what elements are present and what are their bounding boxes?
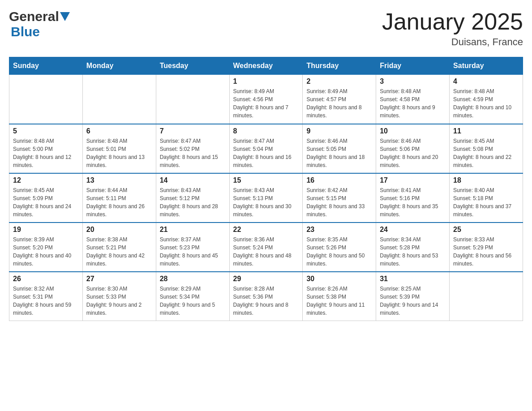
- calendar-cell: 23Sunrise: 8:35 AMSunset: 5:26 PMDayligh…: [303, 223, 376, 272]
- day-number: 24: [380, 226, 446, 234]
- day-header-wednesday: Wednesday: [229, 57, 303, 75]
- calendar-cell: 8Sunrise: 8:47 AMSunset: 5:04 PMDaylight…: [229, 124, 303, 173]
- day-info: Sunrise: 8:43 AMSunset: 5:13 PMDaylight:…: [233, 186, 299, 218]
- calendar-cell: 16Sunrise: 8:42 AMSunset: 5:15 PMDayligh…: [303, 173, 376, 223]
- calendar-cell: 11Sunrise: 8:45 AMSunset: 5:08 PMDayligh…: [450, 124, 523, 173]
- day-info: Sunrise: 8:25 AMSunset: 5:39 PMDaylight:…: [380, 285, 446, 317]
- day-info: Sunrise: 8:42 AMSunset: 5:15 PMDaylight:…: [306, 186, 372, 218]
- calendar-cell: [82, 75, 156, 124]
- calendar-cell: [156, 75, 229, 124]
- day-info: Sunrise: 8:41 AMSunset: 5:16 PMDaylight:…: [380, 186, 446, 218]
- calendar-week-row: 12Sunrise: 8:45 AMSunset: 5:09 PMDayligh…: [9, 173, 523, 223]
- day-number: 5: [13, 127, 79, 135]
- calendar-cell: 18Sunrise: 8:40 AMSunset: 5:18 PMDayligh…: [450, 173, 523, 223]
- day-info: Sunrise: 8:37 AMSunset: 5:23 PMDaylight:…: [160, 235, 226, 268]
- calendar-cell: 12Sunrise: 8:45 AMSunset: 5:09 PMDayligh…: [9, 173, 83, 223]
- day-info: Sunrise: 8:46 AMSunset: 5:06 PMDaylight:…: [380, 137, 446, 169]
- calendar-cell: 30Sunrise: 8:26 AMSunset: 5:38 PMDayligh…: [303, 272, 376, 321]
- day-number: 10: [380, 127, 446, 135]
- day-info: Sunrise: 8:40 AMSunset: 5:18 PMDaylight:…: [453, 186, 519, 218]
- day-info: Sunrise: 8:32 AMSunset: 5:31 PMDaylight:…: [13, 285, 79, 317]
- calendar-cell: 25Sunrise: 8:33 AMSunset: 5:29 PMDayligh…: [450, 223, 523, 272]
- day-info: Sunrise: 8:47 AMSunset: 5:02 PMDaylight:…: [160, 137, 226, 169]
- day-number: 11: [453, 127, 519, 135]
- day-header-tuesday: Tuesday: [156, 57, 229, 75]
- day-number: 19: [13, 226, 79, 234]
- title-section: January 2025 Duisans, France: [382, 9, 523, 48]
- calendar-header-row: SundayMondayTuesdayWednesdayThursdayFrid…: [9, 57, 523, 75]
- day-number: 13: [86, 176, 152, 184]
- day-info: Sunrise: 8:48 AMSunset: 5:00 PMDaylight:…: [13, 137, 79, 169]
- calendar-cell: [450, 272, 523, 321]
- day-number: 2: [306, 77, 372, 86]
- day-header-friday: Friday: [376, 57, 450, 75]
- day-number: 23: [306, 226, 372, 234]
- day-number: 6: [86, 127, 152, 135]
- logo-general-text: General: [9, 9, 59, 24]
- calendar-cell: 22Sunrise: 8:36 AMSunset: 5:24 PMDayligh…: [229, 223, 303, 272]
- day-number: 25: [453, 226, 519, 234]
- day-info: Sunrise: 8:49 AMSunset: 4:57 PMDaylight:…: [306, 87, 372, 120]
- calendar-week-row: 1Sunrise: 8:49 AMSunset: 4:56 PMDaylight…: [9, 75, 523, 124]
- calendar-cell: 20Sunrise: 8:38 AMSunset: 5:21 PMDayligh…: [82, 223, 156, 272]
- day-info: Sunrise: 8:30 AMSunset: 5:33 PMDaylight:…: [86, 285, 152, 317]
- location-subtitle: Duisans, France: [382, 36, 523, 48]
- day-info: Sunrise: 8:29 AMSunset: 5:34 PMDaylight:…: [160, 285, 226, 317]
- calendar-cell: [9, 75, 83, 124]
- day-number: 15: [233, 176, 299, 184]
- day-info: Sunrise: 8:48 AMSunset: 5:01 PMDaylight:…: [86, 137, 152, 169]
- calendar-cell: 3Sunrise: 8:48 AMSunset: 4:58 PMDaylight…: [376, 75, 450, 124]
- logo: General Blue: [9, 9, 70, 39]
- day-number: 29: [233, 275, 299, 283]
- day-number: 9: [306, 127, 372, 135]
- logo-blue-text: Blue: [11, 24, 40, 39]
- day-info: Sunrise: 8:48 AMSunset: 4:58 PMDaylight:…: [380, 87, 446, 120]
- day-info: Sunrise: 8:45 AMSunset: 5:09 PMDaylight:…: [13, 186, 79, 218]
- calendar-cell: 1Sunrise: 8:49 AMSunset: 4:56 PMDaylight…: [229, 75, 303, 124]
- calendar-cell: 5Sunrise: 8:48 AMSunset: 5:00 PMDaylight…: [9, 124, 83, 173]
- calendar-cell: 27Sunrise: 8:30 AMSunset: 5:33 PMDayligh…: [82, 272, 156, 321]
- calendar-cell: 2Sunrise: 8:49 AMSunset: 4:57 PMDaylight…: [303, 75, 376, 124]
- page-header: General Blue January 2025 Duisans, Franc…: [9, 9, 523, 48]
- day-info: Sunrise: 8:35 AMSunset: 5:26 PMDaylight:…: [306, 235, 372, 268]
- day-number: 18: [453, 176, 519, 184]
- calendar-cell: 4Sunrise: 8:48 AMSunset: 4:59 PMDaylight…: [450, 75, 523, 124]
- calendar-table: SundayMondayTuesdayWednesdayThursdayFrid…: [9, 57, 523, 321]
- day-number: 20: [86, 226, 152, 234]
- calendar-cell: 17Sunrise: 8:41 AMSunset: 5:16 PMDayligh…: [376, 173, 450, 223]
- day-number: 3: [380, 77, 446, 86]
- calendar-cell: 7Sunrise: 8:47 AMSunset: 5:02 PMDaylight…: [156, 124, 229, 173]
- day-number: 14: [160, 176, 226, 184]
- day-info: Sunrise: 8:39 AMSunset: 5:20 PMDaylight:…: [13, 235, 79, 268]
- day-number: 22: [233, 226, 299, 234]
- calendar-cell: 10Sunrise: 8:46 AMSunset: 5:06 PMDayligh…: [376, 124, 450, 173]
- day-info: Sunrise: 8:36 AMSunset: 5:24 PMDaylight:…: [233, 235, 299, 268]
- day-info: Sunrise: 8:46 AMSunset: 5:05 PMDaylight:…: [306, 137, 372, 169]
- day-info: Sunrise: 8:45 AMSunset: 5:08 PMDaylight:…: [453, 137, 519, 169]
- day-info: Sunrise: 8:34 AMSunset: 5:28 PMDaylight:…: [380, 235, 446, 268]
- calendar-cell: 14Sunrise: 8:43 AMSunset: 5:12 PMDayligh…: [156, 173, 229, 223]
- svg-marker-0: [60, 12, 70, 21]
- day-header-monday: Monday: [82, 57, 156, 75]
- day-info: Sunrise: 8:48 AMSunset: 4:59 PMDaylight:…: [453, 87, 519, 120]
- day-info: Sunrise: 8:49 AMSunset: 4:56 PMDaylight:…: [233, 87, 299, 120]
- day-header-saturday: Saturday: [450, 57, 523, 75]
- day-number: 12: [13, 176, 79, 184]
- day-number: 17: [380, 176, 446, 184]
- calendar-cell: 28Sunrise: 8:29 AMSunset: 5:34 PMDayligh…: [156, 272, 229, 321]
- day-info: Sunrise: 8:38 AMSunset: 5:21 PMDaylight:…: [86, 235, 152, 268]
- calendar-week-row: 19Sunrise: 8:39 AMSunset: 5:20 PMDayligh…: [9, 223, 523, 272]
- day-number: 1: [233, 77, 299, 86]
- calendar-title: January 2025: [382, 9, 523, 34]
- calendar-cell: 9Sunrise: 8:46 AMSunset: 5:05 PMDaylight…: [303, 124, 376, 173]
- day-header-sunday: Sunday: [9, 57, 83, 75]
- calendar-cell: 15Sunrise: 8:43 AMSunset: 5:13 PMDayligh…: [229, 173, 303, 223]
- day-number: 31: [380, 275, 446, 283]
- calendar-cell: 26Sunrise: 8:32 AMSunset: 5:31 PMDayligh…: [9, 272, 83, 321]
- calendar-week-row: 26Sunrise: 8:32 AMSunset: 5:31 PMDayligh…: [9, 272, 523, 321]
- day-number: 8: [233, 127, 299, 135]
- day-number: 27: [86, 275, 152, 283]
- calendar-cell: 24Sunrise: 8:34 AMSunset: 5:28 PMDayligh…: [376, 223, 450, 272]
- day-info: Sunrise: 8:28 AMSunset: 5:36 PMDaylight:…: [233, 285, 299, 317]
- day-info: Sunrise: 8:33 AMSunset: 5:29 PMDaylight:…: [453, 235, 519, 268]
